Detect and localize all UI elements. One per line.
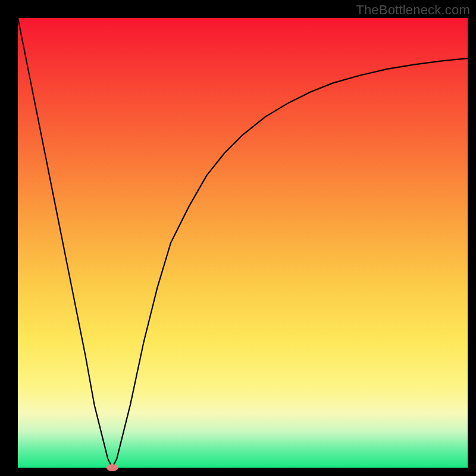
plot-area (18, 18, 468, 468)
bottleneck-curve (18, 18, 468, 468)
optimal-point-marker (107, 464, 118, 471)
chart-frame: TheBottleneck.com (0, 0, 476, 476)
attribution-label: TheBottleneck.com (356, 2, 470, 18)
